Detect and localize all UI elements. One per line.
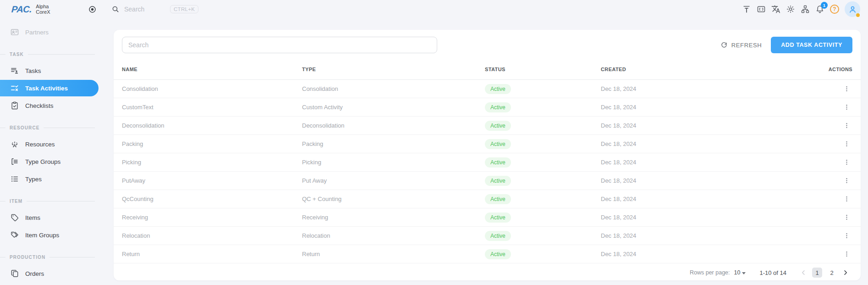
table-row[interactable]: PackingPackingActiveDec 18, 2024 [114,135,861,153]
kebab-menu-icon [843,232,851,240]
table-row[interactable]: ReceivingReceivingActiveDec 18, 2024 [114,208,861,227]
status-badge: Active [485,194,511,204]
sidebar-item-partners[interactable]: Partners [0,24,99,40]
status-badge: Active [485,157,511,168]
kebab-menu-icon [843,177,851,184]
row-actions-button[interactable] [841,212,852,222]
sidebar-item-orders[interactable]: Orders [0,265,99,282]
add-task-activity-button[interactable]: ADD TASK ACTIVITY [771,37,852,53]
column-header-type[interactable]: TYPE [302,67,485,72]
cell-status: Active [485,176,601,186]
table-row[interactable]: PutAwayPut AwayActiveDec 18, 2024 [114,172,861,190]
section-header-task: TASK [0,51,95,57]
sidebar-item-checklists[interactable]: Checklists [0,97,99,114]
cell-actions [820,231,852,241]
table-row[interactable]: PickingPickingActiveDec 18, 2024 [114,153,861,172]
cell-status: Active [485,231,601,241]
sidebar-toggle-button[interactable] [88,5,97,14]
cell-actions [820,102,852,112]
top-bar: PAC. Alpha CoreX CTRL+K [0,0,868,18]
vertical-align-top-button[interactable] [742,5,751,14]
sidebar: Partners TASK Tasks Task Activities Chec… [0,18,112,285]
table-row[interactable]: ConsolidationConsolidationActiveDec 18, … [114,80,861,98]
cell-created: Dec 18, 2024 [601,214,820,221]
column-header-created[interactable]: CREATED [601,67,820,72]
bracket-list-icon [10,157,19,166]
sidebar-item-types[interactable]: Types [0,171,99,187]
sidebar-item-task-activities[interactable]: Task Activities [0,80,99,96]
global-search-input[interactable] [124,6,165,13]
sidebar-item-type-groups[interactable]: Type Groups [0,153,99,170]
page-button-1[interactable]: 1 [812,268,822,278]
rows-per-page-select[interactable]: 10 [734,269,746,276]
shortcut-badge: CTRL+K [170,5,198,13]
cell-type: Picking [302,159,485,166]
sitemap-button[interactable] [801,5,810,14]
previous-page-button[interactable] [799,268,808,277]
status-badge: Active [485,139,511,149]
row-actions-button[interactable] [841,121,852,130]
cell-name: CustomText [122,104,302,111]
sidebar-item-item-groups[interactable]: Item Groups [0,227,99,243]
page-button-2[interactable]: 2 [827,268,837,278]
notifications-button[interactable]: 1 [815,5,824,14]
pac-logo: PAC. [11,4,32,15]
cell-actions [820,121,852,131]
cell-type: Custom Activity [302,104,485,111]
row-actions-button[interactable] [841,157,852,167]
people-sparkle-icon [10,140,19,149]
row-actions-button[interactable] [841,194,852,204]
translate-button[interactable] [771,5,780,14]
sidebar-item-label: Tasks [25,67,41,74]
sidebar-item-resources[interactable]: Resources [0,136,99,152]
cell-name: Deconsolidation [122,122,302,129]
row-actions-button[interactable] [841,249,852,259]
sidebar-item-tasks[interactable]: Tasks [0,62,99,79]
column-header-status[interactable]: STATUS [485,67,601,72]
table-row[interactable]: RelocationRelocationActiveDec 18, 2024 [114,227,861,245]
cell-actions [820,176,852,186]
table-row[interactable]: CustomTextCustom ActivityActiveDec 18, 2… [114,98,861,117]
user-avatar-button[interactable] [845,1,860,17]
task-activities-panel: REFRESH ADD TASK ACTIVITY NAME TYPE STAT… [114,30,861,280]
cell-status: Active [485,157,601,168]
target-icon [88,5,97,14]
row-actions-button[interactable] [841,102,852,112]
brightness-icon [786,5,795,14]
cell-type: QC + Counting [302,196,485,202]
row-actions-button[interactable] [841,139,852,149]
table-row[interactable]: QcCountingQC + CountingActiveDec 18, 202… [114,190,861,208]
sidebar-item-label: Checklists [25,102,54,109]
cell-type: Return [302,251,485,257]
theme-brightness-button[interactable] [786,5,795,14]
help-button[interactable]: ? [830,5,839,14]
refresh-button[interactable]: REFRESH [720,41,762,49]
cell-created: Dec 18, 2024 [601,140,820,147]
cell-created: Dec 18, 2024 [601,159,820,166]
fit-screen-button[interactable] [757,5,766,14]
cell-type: Put Away [302,177,485,184]
cell-name: Consolidation [122,85,302,92]
row-actions-button[interactable] [841,231,852,240]
brand-line1: Alpha [36,4,49,9]
table-search-input[interactable] [122,37,437,53]
global-search[interactable]: CTRL+K [111,5,198,13]
column-header-name[interactable]: NAME [122,67,302,72]
table-row[interactable]: ReturnReturnActiveDec 18, 2024 [114,245,861,263]
sidebar-item-label: Item Groups [25,232,59,239]
brand-name: Alpha CoreX [36,4,50,15]
cell-actions [820,139,852,149]
translate-icon [771,5,780,14]
fit-screen-icon [757,5,766,14]
refresh-icon [720,41,728,49]
topbar-actions: 1 ? [742,1,868,17]
chevron-left-icon [799,268,808,277]
status-badge: Active [485,249,511,259]
table-row[interactable]: DeconsolidationDeconsolidationActiveDec … [114,117,861,135]
chevron-down-icon [742,272,746,274]
row-actions-button[interactable] [841,176,852,185]
next-page-button[interactable] [841,268,850,277]
row-actions-button[interactable] [841,84,852,94]
sidebar-item-items[interactable]: Items [0,209,99,226]
sidebar-item-label: Resources [25,141,55,148]
